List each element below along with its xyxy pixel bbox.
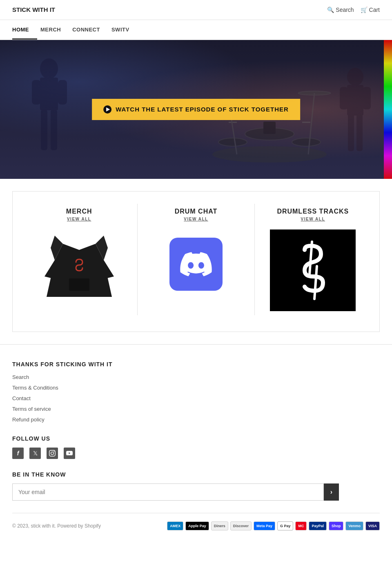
payment-paypal: PayPal — [309, 521, 327, 530]
discord-icon-svg — [180, 252, 212, 276]
merch-card-title: MERCH — [66, 208, 92, 215]
merch-viewall-link[interactable]: VIEW ALL — [67, 217, 91, 221]
instagram-icon[interactable] — [47, 448, 58, 459]
footer-newsletter-section: BE IN THE KNOW › — [12, 471, 380, 501]
payment-discover: Discover — [230, 521, 252, 530]
hero-cta-label: WATCH THE LATEST EPISODE OF STICK TOGETH… — [116, 106, 289, 113]
cart-link[interactable]: 🛒 Cart — [361, 7, 380, 13]
payment-meta: Meta Pay — [254, 521, 275, 530]
svg-rect-4 — [263, 122, 276, 134]
footer-thanks-title: THANKS FOR STICKING WITH IT — [12, 361, 380, 368]
watch-episode-button[interactable]: WATCH THE LATEST EPISODE OF STICK TOGETH… — [92, 99, 300, 120]
footer-link-contact[interactable]: Contact — [12, 394, 380, 402]
footer-link-terms-conditions[interactable]: Terms & Conditions — [12, 384, 380, 391]
social-icons-container: f 𝕏 — [12, 448, 380, 459]
svg-rect-22 — [348, 114, 354, 151]
footer-link-search[interactable]: Search — [12, 373, 380, 381]
drumless-tracks-card: DRUMLESS TRACKS VIEW ALL — [255, 204, 371, 315]
search-link[interactable]: 🔍 Search — [327, 7, 354, 13]
hoodie-svg — [42, 232, 116, 309]
svg-rect-21 — [363, 87, 371, 109]
play-icon — [103, 105, 111, 114]
instagram-svg — [49, 450, 56, 457]
hero-person-right-silhouette — [335, 65, 376, 179]
youtube-svg — [66, 451, 73, 456]
drumless-card-image[interactable] — [270, 229, 356, 311]
payment-mastercard: MC — [295, 521, 307, 530]
main-nav: HOME MERCH CONNECT SWITV — [0, 20, 392, 40]
drumless-viewall-link[interactable]: VIEW ALL — [301, 217, 325, 221]
footer-follow-section: FOLLOW US f 𝕏 — [12, 435, 380, 459]
drum-chat-card: DRUM CHAT VIEW ALL — [138, 204, 254, 315]
svg-point-18 — [347, 68, 363, 86]
rgb-strip — [384, 40, 392, 179]
footer-link-contact-anchor[interactable]: Contact — [12, 395, 31, 401]
svg-rect-13 — [40, 78, 58, 110]
merch-card: MERCH VIEW ALL — [21, 204, 138, 315]
footer-link-tc-anchor[interactable]: Terms & Conditions — [12, 385, 58, 391]
discord-logo — [169, 238, 223, 291]
payment-icons-container: AMEX Apple Pay Diners Discover Meta Pay … — [167, 521, 380, 530]
cards-container: MERCH VIEW ALL — [12, 191, 380, 332]
svg-rect-17 — [51, 109, 57, 150]
svg-rect-6 — [302, 122, 310, 123]
svg-rect-16 — [41, 109, 47, 150]
cards-section: MERCH VIEW ALL — [0, 179, 392, 344]
footer-link-refund-anchor[interactable]: Refund policy — [12, 417, 45, 423]
nav-item-connect[interactable]: CONNECT — [72, 20, 108, 40]
svg-point-2 — [218, 138, 247, 146]
email-input[interactable] — [12, 483, 324, 501]
footer-links-list: Search Terms & Conditions Contact Terms … — [12, 373, 380, 423]
cart-label: Cart — [369, 7, 380, 13]
merch-card-image[interactable] — [38, 229, 120, 311]
twitter-icon[interactable]: 𝕏 — [29, 448, 41, 459]
drumless-card-title: DRUMLESS TRACKS — [277, 208, 349, 215]
drumless-logo-svg — [280, 238, 345, 303]
footer-link-refund[interactable]: Refund policy — [12, 416, 380, 423]
svg-point-3 — [292, 138, 321, 146]
footer: THANKS FOR STICKING WITH IT Search Terms… — [0, 344, 392, 539]
drum-chat-viewall-link[interactable]: VIEW ALL — [184, 217, 208, 221]
footer-bottom: © 2023, stick with it. Powered by Shopif… — [12, 513, 380, 530]
header: STICK WITH IT 🔍 Search 🛒 Cart — [0, 0, 392, 20]
play-triangle — [106, 107, 110, 111]
drum-chat-card-title: DRUM CHAT — [175, 208, 218, 215]
nav-item-home[interactable]: HOME — [12, 20, 37, 40]
footer-link-search-anchor[interactable]: Search — [12, 374, 29, 380]
payment-google: G Pay — [277, 521, 294, 530]
search-label: Search — [336, 7, 354, 13]
facebook-icon[interactable]: f — [12, 448, 24, 459]
svg-rect-5 — [229, 122, 237, 123]
discord-image[interactable] — [169, 238, 223, 291]
email-submit-button[interactable]: › — [324, 483, 339, 501]
nav-item-switv[interactable]: SWITV — [111, 20, 138, 40]
youtube-icon[interactable] — [64, 448, 75, 459]
header-actions: 🔍 Search 🛒 Cart — [327, 7, 380, 13]
footer-link-terms-service[interactable]: Terms of service — [12, 405, 380, 412]
footer-thanks-section: THANKS FOR STICKING WITH IT Search Terms… — [12, 361, 380, 423]
payment-visa: VISA — [365, 521, 380, 530]
payment-shop: Shop — [329, 521, 344, 530]
search-icon: 🔍 — [327, 7, 334, 13]
svg-point-12 — [40, 58, 58, 79]
footer-link-tos-anchor[interactable]: Terms of service — [12, 406, 51, 412]
svg-rect-24 — [69, 278, 89, 291]
cart-icon: 🛒 — [361, 7, 368, 13]
footer-follow-title: FOLLOW US — [12, 435, 380, 442]
hero-section: WATCH THE LATEST EPISODE OF STICK TOGETH… — [0, 40, 392, 179]
svg-rect-19 — [347, 85, 363, 116]
footer-newsletter-title: BE IN THE KNOW — [12, 471, 380, 478]
svg-rect-23 — [356, 114, 363, 151]
svg-rect-15 — [58, 80, 67, 105]
hero-person-left-silhouette — [24, 56, 74, 179]
nav-item-merch[interactable]: MERCH — [40, 20, 69, 40]
payment-amex: AMEX — [167, 521, 183, 530]
payment-diners: Diners — [211, 521, 228, 530]
footer-copyright: © 2023, stick with it. Powered by Shopif… — [12, 523, 101, 529]
svg-point-0 — [212, 146, 327, 163]
logo[interactable]: STICK WITH IT — [12, 6, 55, 14]
hero-cta-wrapper: WATCH THE LATEST EPISODE OF STICK TOGETH… — [92, 99, 300, 120]
svg-rect-20 — [340, 87, 348, 109]
svg-rect-14 — [32, 80, 41, 105]
payment-apple-pay: Apple Pay — [185, 521, 209, 530]
